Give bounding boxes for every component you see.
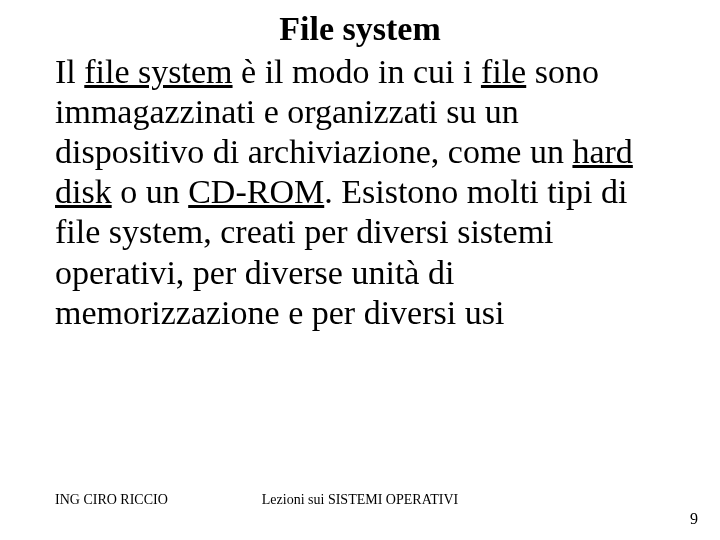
link-file-system[interactable]: file system: [84, 53, 232, 90]
body-text: Il: [55, 53, 84, 90]
body-text: è il modo in cui i: [233, 53, 481, 90]
body-text: o un: [112, 173, 189, 210]
footer-series: Lezioni sui SISTEMI OPERATIVI: [0, 492, 720, 508]
link-file[interactable]: file: [481, 53, 526, 90]
link-cd-rom[interactable]: CD-ROM: [188, 173, 324, 210]
slide-title: File system: [0, 10, 720, 48]
slide-body: Il file system è il modo in cui i file s…: [55, 52, 645, 333]
slide: File system Il file system è il modo in …: [0, 0, 720, 540]
page-number: 9: [690, 510, 698, 528]
